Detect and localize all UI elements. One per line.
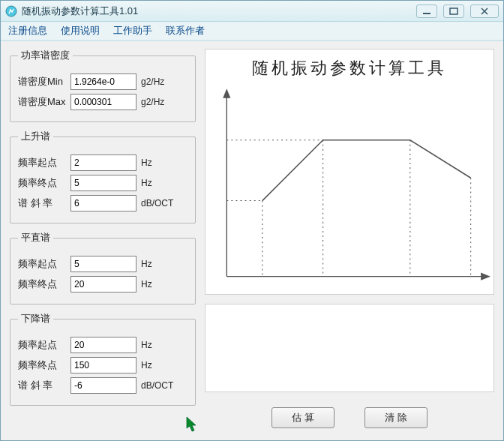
row-flat-start: 频率起点 Hz <box>18 256 188 272</box>
group-flat-legend: 平直谱 <box>18 231 53 244</box>
menu-help[interactable]: 使用说明 <box>61 24 100 38</box>
row-rise-end: 频率终点 Hz <box>18 175 188 191</box>
fall-end-input[interactable] <box>70 357 136 374</box>
group-fall-legend: 下降谱 <box>18 312 53 326</box>
clear-button[interactable]: 清 除 <box>364 407 428 428</box>
button-row: 估 算 清 除 <box>205 401 494 431</box>
right-column: 随机振动参数计算工具 <box>205 49 494 431</box>
menu-assistant[interactable]: 工作助手 <box>113 24 152 38</box>
window-controls <box>416 4 499 18</box>
group-psd-legend: 功率谱密度 <box>18 49 73 62</box>
svg-marker-4 <box>224 90 230 98</box>
fall-end-unit: Hz <box>141 360 152 370</box>
group-rise: 上升谱 频率起点 Hz 频率终点 Hz 谱 斜 率 dB/OCT <box>10 130 196 224</box>
rise-start-label: 频率起点 <box>18 156 66 170</box>
chart-svg <box>206 87 494 298</box>
row-fall-end: 频率终点 Hz <box>18 357 188 374</box>
fall-slope-label: 谱 斜 率 <box>18 379 66 392</box>
output-panel <box>205 304 494 392</box>
flat-end-input[interactable] <box>70 276 136 292</box>
psd-max-unit: g2/Hz <box>141 97 164 107</box>
psd-max-label: 谱密度Max <box>18 95 66 109</box>
fall-end-label: 频率终点 <box>18 358 66 372</box>
app-icon <box>5 5 17 17</box>
fall-slope-input[interactable] <box>70 377 136 394</box>
rise-slope-label: 谱 斜 率 <box>18 196 66 210</box>
flat-start-input[interactable] <box>70 256 136 272</box>
rise-slope-unit: dB/OCT <box>141 198 173 208</box>
chart-panel: 随机振动参数计算工具 <box>205 49 494 295</box>
window-title: 随机振动参数计算工具1.01 <box>22 4 416 18</box>
chart-title: 随机振动参数计算工具 <box>206 57 494 80</box>
psd-min-unit: g2/Hz <box>141 76 164 87</box>
estimate-button[interactable]: 估 算 <box>272 407 334 428</box>
maximize-button[interactable] <box>443 4 464 18</box>
rise-end-input[interactable] <box>70 175 136 191</box>
fall-start-label: 频率起点 <box>18 338 66 352</box>
group-psd: 功率谱密度 谱密度Min g2/Hz 谱密度Max g2/Hz <box>10 49 196 122</box>
group-flat: 平直谱 频率起点 Hz 频率终点 Hz <box>10 231 196 304</box>
rise-slope-input[interactable] <box>70 195 136 212</box>
group-rise-legend: 上升谱 <box>18 130 53 143</box>
row-flat-end: 频率终点 Hz <box>18 276 188 292</box>
fall-start-input[interactable] <box>70 337 136 353</box>
left-column: 功率谱密度 谱密度Min g2/Hz 谱密度Max g2/Hz 上升谱 频率起点 <box>10 49 196 431</box>
flat-end-label: 频率终点 <box>18 278 66 291</box>
fall-slope-unit: dB/OCT <box>141 380 173 391</box>
psd-min-input[interactable] <box>70 74 136 90</box>
menu-register[interactable]: 注册信息 <box>8 24 47 38</box>
psd-min-label: 谱密度Min <box>18 75 66 88</box>
titlebar: 随机振动参数计算工具1.01 <box>1 1 503 22</box>
close-button[interactable] <box>470 4 499 18</box>
row-psd-max: 谱密度Max g2/Hz <box>18 94 188 110</box>
flat-end-unit: Hz <box>141 279 152 290</box>
client-area: 功率谱密度 谱密度Min g2/Hz 谱密度Max g2/Hz 上升谱 频率起点 <box>1 41 503 440</box>
svg-rect-2 <box>450 8 458 14</box>
row-psd-min: 谱密度Min g2/Hz <box>18 74 188 90</box>
row-fall-slope: 谱 斜 率 dB/OCT <box>18 377 188 394</box>
svg-marker-6 <box>482 274 489 280</box>
fall-start-unit: Hz <box>141 340 152 350</box>
group-fall: 下降谱 频率起点 Hz 频率终点 Hz 谱 斜 率 dB/OCT <box>10 312 196 406</box>
svg-rect-1 <box>423 13 430 14</box>
minimize-button[interactable] <box>416 4 437 18</box>
flat-start-unit: Hz <box>141 259 152 269</box>
row-fall-start: 频率起点 Hz <box>18 337 188 353</box>
rise-start-unit: Hz <box>141 158 152 168</box>
row-rise-start: 频率起点 Hz <box>18 154 188 171</box>
rise-start-input[interactable] <box>70 154 136 171</box>
row-rise-slope: 谱 斜 率 dB/OCT <box>18 195 188 212</box>
flat-start-label: 频率起点 <box>18 257 66 271</box>
rise-end-label: 频率终点 <box>18 176 66 190</box>
menubar: 注册信息 使用说明 工作助手 联系作者 <box>1 22 503 41</box>
menu-contact[interactable]: 联系作者 <box>166 24 205 38</box>
app-window: 随机振动参数计算工具1.01 注册信息 使用说明 工作助手 联系作者 功率谱密度… <box>0 0 504 441</box>
rise-end-unit: Hz <box>141 178 152 188</box>
psd-max-input[interactable] <box>70 94 136 110</box>
